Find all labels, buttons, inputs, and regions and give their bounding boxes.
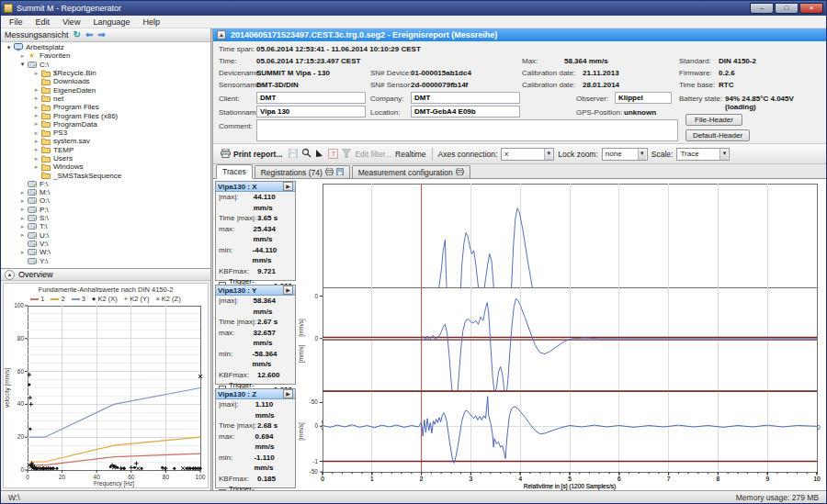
tree-item-m[interactable]: ▸M:\	[1, 188, 210, 196]
location-input[interactable]	[411, 106, 520, 118]
edit-filter-button[interactable]: Edit filter...	[355, 150, 391, 159]
expand-arrow-icon[interactable]: ▸	[18, 215, 27, 222]
tree-item-w[interactable]: ▸W:\	[1, 248, 210, 256]
play-icon[interactable]: ▶	[283, 182, 293, 191]
expand-arrow-icon[interactable]: ▸	[18, 197, 27, 205]
menu-file[interactable]: File	[3, 17, 29, 27]
trace-header-x[interactable]: Vipa130 : X▶	[216, 182, 295, 192]
tree-item-smstasksequence[interactable]: _SMSTaskSequence	[1, 171, 210, 179]
axes-connection-select[interactable]: x▼	[501, 148, 554, 161]
tree-item-recycle-bin[interactable]: ▸$Recycle.Bin	[1, 69, 210, 77]
maximize-button[interactable]: □	[775, 3, 799, 14]
tree-item-u[interactable]: ▸U:\	[1, 231, 210, 240]
expand-arrow-icon[interactable]: ▸	[18, 206, 27, 213]
expand-arrow-icon[interactable]: ▸	[32, 104, 40, 111]
trace-chart-x[interactable]: 0123456789100-50Relativtime in [s] (1200…	[297, 179, 826, 283]
tab-traces[interactable]: Traces	[216, 164, 253, 179]
expand-arrow-icon[interactable]: ▸	[32, 129, 40, 137]
forward-arrow-icon[interactable]: ⇒	[97, 30, 105, 39]
text-tool-icon[interactable]: T	[328, 149, 338, 159]
tree-item-ps3[interactable]: ▸PS3	[1, 129, 210, 137]
tree-item-program-files[interactable]: ▸Program Files	[1, 103, 210, 111]
expand-arrow-icon[interactable]: ▸	[18, 231, 27, 239]
stat-row: max:25.434 mm/s	[216, 224, 295, 245]
lock-zoom-select[interactable]: none▼	[602, 148, 648, 161]
company-input[interactable]	[411, 92, 520, 104]
tree-item-program-files-x86[interactable]: ▸Program Files (x86)	[1, 111, 210, 119]
calibration-sensor-value: 28.01.2014	[583, 81, 619, 89]
tree-item-windows[interactable]: ▸Windows	[1, 162, 210, 171]
menu-language[interactable]: Language	[86, 17, 136, 27]
play-icon[interactable]: ▶	[283, 389, 293, 398]
tree-item-programdata[interactable]: ▸ProgramData	[1, 120, 210, 129]
pointer-icon[interactable]	[315, 149, 324, 160]
tree-item-p[interactable]: ▸P:\	[1, 206, 210, 214]
refresh-icon[interactable]: ↻	[74, 30, 81, 39]
expand-arrow-icon[interactable]: ▸	[32, 95, 40, 102]
filter-icon[interactable]	[342, 149, 351, 160]
play-icon[interactable]: ▶	[283, 286, 293, 295]
tree-item-f[interactable]: F:\	[1, 180, 210, 188]
expand-arrow-icon[interactable]: ▸	[18, 249, 27, 256]
expand-arrow-icon[interactable]: ▸	[18, 52, 27, 60]
file-header-button[interactable]: File-Header	[685, 114, 742, 126]
minimize-button[interactable]: –	[750, 3, 774, 14]
realtime-toggle[interactable]: Realtime	[395, 150, 426, 159]
menu-edit[interactable]: Edit	[29, 17, 57, 27]
save-icon[interactable]	[289, 149, 298, 160]
tree-item-net[interactable]: ▸net	[1, 95, 210, 103]
trace-chart-z[interactable]: 0123456789100-1Relativtime in [s] (1200 …	[297, 386, 826, 490]
tree-item-downloads[interactable]: Downloads	[1, 77, 210, 85]
expand-arrow-icon[interactable]: ▸	[18, 223, 27, 230]
expand-arrow-icon[interactable]: ▸	[32, 146, 40, 153]
tree-item-o[interactable]: ▸O:\	[1, 196, 210, 205]
svg-text:40: 40	[17, 400, 25, 407]
scale-select[interactable]: Trace▼	[676, 148, 730, 161]
comment-input[interactable]	[256, 119, 678, 141]
expand-arrow-icon[interactable]: ▸	[32, 120, 40, 128]
menu-view[interactable]: View	[56, 17, 86, 27]
zoom-icon[interactable]	[301, 148, 312, 160]
stationname-input[interactable]	[256, 106, 366, 118]
trace-header-y[interactable]: Vipa130 : Y▶	[216, 286, 295, 296]
client-input[interactable]	[256, 92, 366, 104]
expand-arrow-icon[interactable]: ▸	[32, 155, 40, 162]
expand-arrow-icon[interactable]: ▸	[32, 112, 40, 119]
collapse-arrow-icon[interactable]: ▾	[18, 61, 27, 68]
collapse-overview-icon[interactable]: ▲	[5, 270, 15, 280]
tree-item-users[interactable]: ▸Users	[1, 154, 210, 162]
expand-arrow-icon[interactable]: ▸	[32, 163, 40, 171]
observer-label: Observer:	[576, 95, 608, 103]
back-arrow-icon[interactable]: ⇐	[85, 30, 93, 39]
tree-item-v[interactable]: V:\	[1, 240, 210, 248]
tab-measurement-configuration[interactable]: Measurement configuration	[352, 165, 470, 178]
trace-header-z[interactable]: Vipa130 : Z▶	[216, 389, 295, 399]
collapse-arrow-icon[interactable]: ▾	[5, 44, 13, 51]
client-label: Client:	[219, 95, 240, 103]
expand-arrow-icon[interactable]: ▸	[32, 86, 40, 94]
collapse-header-icon[interactable]: ▲	[217, 30, 226, 39]
computer-icon	[13, 43, 23, 51]
tree-item-temp[interactable]: ▸TEMP	[1, 146, 210, 154]
trace-chart-y[interactable]: 0123456789100-50Relativtime in [s] (1200…	[297, 283, 826, 386]
print-report-button[interactable]: Print report...	[218, 148, 285, 161]
tree-item-c[interactable]: ▾C:\	[1, 61, 210, 69]
default-header-button[interactable]: Default-Header	[685, 129, 750, 141]
tree-item-s[interactable]: ▸S:\	[1, 214, 210, 222]
menu-help[interactable]: Help	[136, 17, 166, 27]
tree-item-system-sav[interactable]: ▸system.sav	[1, 137, 210, 145]
expand-arrow-icon[interactable]: ▸	[18, 189, 27, 196]
overview-chart[interactable]: 020406080100020406080100Frequency [Hz]ve…	[4, 303, 208, 487]
tab-registrations[interactable]: Registrations (74)	[255, 165, 350, 178]
observer-input[interactable]	[615, 92, 672, 104]
tree-item-arbeitsplatz[interactable]: ▾Arbeitsplatz	[1, 43, 210, 51]
stat-label: Time |max|:	[219, 317, 257, 328]
tree-item-label: EigeneDaten	[53, 86, 96, 95]
close-button[interactable]: ×	[799, 3, 823, 14]
tree-item-y[interactable]: Y:\	[1, 256, 210, 264]
tree-item-t[interactable]: ▸T:\	[1, 222, 210, 230]
expand-arrow-icon[interactable]: ▸	[32, 70, 40, 77]
tree-item-favoriten[interactable]: ▸★Favoriten	[1, 51, 210, 60]
expand-arrow-icon[interactable]: ▸	[32, 138, 40, 145]
tree-item-eigenedaten[interactable]: ▸EigeneDaten	[1, 85, 210, 94]
